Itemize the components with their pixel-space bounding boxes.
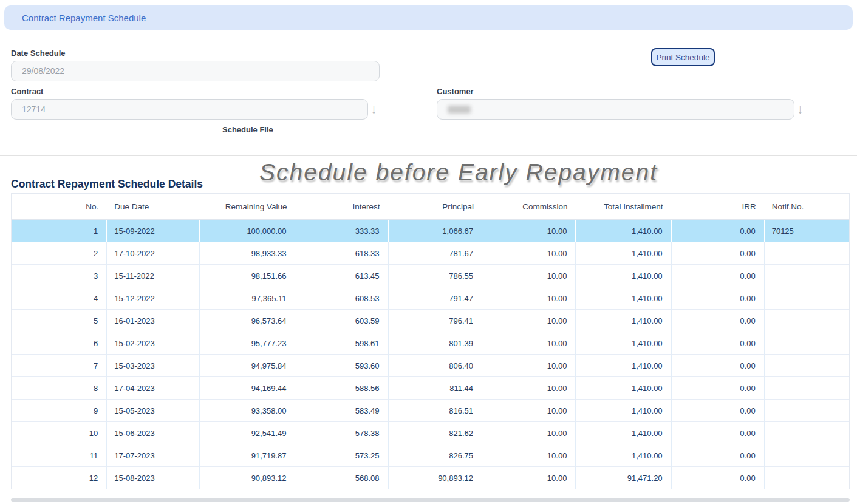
- table-cell: 10.00: [482, 355, 576, 377]
- table-row[interactable]: 715-03-202394,975.84593.60806.4010.001,4…: [12, 355, 849, 377]
- table-cell: 10.00: [482, 444, 576, 467]
- table-cell: 811.44: [389, 377, 482, 400]
- column-header[interactable]: Interest: [295, 194, 388, 220]
- page-header-bar: Contract Repayment Schedule: [4, 5, 853, 30]
- table-cell: 1,410.00: [576, 400, 671, 422]
- table-cell: 98,151.66: [200, 265, 295, 287]
- table-cell: 603.59: [295, 310, 388, 332]
- table-cell: 791.47: [389, 287, 482, 310]
- table-cell: 821.62: [389, 422, 482, 444]
- table-cell: 0.00: [672, 422, 765, 444]
- table-cell: 1,410.00: [576, 265, 671, 287]
- column-header[interactable]: Due Date: [107, 194, 200, 220]
- table-cell: 568.08: [295, 467, 388, 489]
- table-cell: 1,410.00: [576, 287, 671, 310]
- table-cell: 10.00: [482, 220, 576, 242]
- table-cell: 608.53: [295, 287, 388, 310]
- contract-value: 12714: [22, 104, 46, 114]
- table-row[interactable]: 915-05-202393,358.00583.49816.5110.001,4…: [12, 400, 849, 422]
- table-cell: 0.00: [672, 242, 765, 265]
- table-cell: 97,365.11: [200, 287, 295, 310]
- table-cell: 2: [12, 242, 107, 265]
- table-cell: 618.33: [295, 242, 388, 265]
- schedule-table-container: No.Due DateRemaining ValueInterestPrinci…: [11, 193, 850, 489]
- table-cell: 0.00: [672, 400, 765, 422]
- table-cell: 0.00: [672, 444, 765, 467]
- column-header[interactable]: No.: [12, 194, 107, 220]
- table-cell: 10.00: [482, 400, 576, 422]
- table-cell: 15-12-2022: [107, 287, 200, 310]
- column-header[interactable]: Remaining Value: [200, 194, 295, 220]
- table-cell: 598.61: [295, 332, 388, 355]
- table-header-row: No.Due DateRemaining ValueInterestPrinci…: [12, 194, 849, 220]
- table-cell: [765, 332, 849, 355]
- table-cell: 70125: [765, 220, 849, 242]
- table-cell: 593.60: [295, 355, 388, 377]
- table-row[interactable]: 415-12-202297,365.11608.53791.4710.001,4…: [12, 287, 849, 310]
- table-cell: 6: [12, 332, 107, 355]
- customer-redacted-value: [448, 106, 471, 114]
- table-row[interactable]: 1215-08-202390,893.12568.0890,893.1210.0…: [12, 467, 849, 489]
- table-cell: 7: [12, 355, 107, 377]
- table-cell: 0.00: [672, 310, 765, 332]
- table-row[interactable]: 817-04-202394,169.44588.56811.4410.001,4…: [12, 377, 849, 400]
- table-cell: 94,975.84: [200, 355, 295, 377]
- column-header[interactable]: Total Installment: [576, 194, 671, 220]
- table-cell: 94,169.44: [200, 377, 295, 400]
- table-cell: 96,573.64: [200, 310, 295, 332]
- column-header[interactable]: Principal: [389, 194, 482, 220]
- table-cell: 588.56: [295, 377, 388, 400]
- table-cell: 9: [12, 400, 107, 422]
- contract-repayment-schedule-page: Contract Repayment Schedule Date Schedul…: [0, 0, 857, 504]
- table-cell: 15-05-2023: [107, 400, 200, 422]
- table-row[interactable]: 615-02-202395,777.23598.61801.3910.001,4…: [12, 332, 849, 355]
- table-cell: 1: [12, 220, 107, 242]
- table-cell: 0.00: [672, 332, 765, 355]
- table-cell: 1,410.00: [576, 377, 671, 400]
- table-cell: [765, 400, 849, 422]
- table-cell: 1,066.67: [389, 220, 482, 242]
- table-cell: 90,893.12: [389, 467, 482, 489]
- contract-input[interactable]: 12714: [11, 99, 368, 120]
- table-cell: 578.38: [295, 422, 388, 444]
- date-schedule-input[interactable]: 29/08/2022: [11, 61, 380, 81]
- table-row[interactable]: 315-11-202298,151.66613.45786.5510.001,4…: [12, 265, 849, 287]
- table-cell: 806.40: [389, 355, 482, 377]
- contract-dropdown-arrow-icon[interactable]: ↓: [370, 103, 377, 115]
- table-row[interactable]: 1117-07-202391,719.87573.25826.7510.001,…: [12, 444, 849, 467]
- schedule-annotation-text: Schedule before Early Repayment: [259, 159, 658, 186]
- table-cell: 15-08-2023: [107, 467, 200, 489]
- table-row[interactable]: 217-10-202298,933.33618.33781.6710.001,4…: [12, 242, 849, 265]
- table-cell: 8: [12, 377, 107, 400]
- table-cell: 11: [12, 444, 107, 467]
- table-row[interactable]: 115-09-2022100,000.00333.331,066.6710.00…: [12, 220, 849, 242]
- table-cell: 10.00: [482, 332, 576, 355]
- table-cell: 100,000.00: [200, 220, 295, 242]
- table-cell: 91,719.87: [200, 444, 295, 467]
- table-cell: 801.39: [389, 332, 482, 355]
- table-cell: 10.00: [482, 467, 576, 489]
- customer-input[interactable]: [437, 99, 794, 120]
- table-cell: 98,933.33: [200, 242, 295, 265]
- table-cell: 333.33: [295, 220, 388, 242]
- table-cell: 781.67: [389, 242, 482, 265]
- table-cell: [765, 444, 849, 467]
- customer-dropdown-arrow-icon[interactable]: ↓: [797, 103, 804, 115]
- table-cell: 91,471.20: [576, 467, 671, 489]
- details-section-title: Contract Repayment Schedule Details: [11, 178, 203, 191]
- print-schedule-button[interactable]: Print Schedule: [651, 48, 715, 66]
- horizontal-scrollbar[interactable]: [11, 498, 850, 502]
- column-header[interactable]: Commission: [482, 194, 576, 220]
- column-header[interactable]: Notif.No.: [765, 194, 849, 220]
- table-cell: 90,893.12: [200, 467, 295, 489]
- table-row[interactable]: 1015-06-202392,541.49578.38821.6210.001,…: [12, 422, 849, 444]
- table-cell: [765, 422, 849, 444]
- table-row[interactable]: 516-01-202396,573.64603.59796.4110.001,4…: [12, 310, 849, 332]
- contract-label: Contract: [11, 87, 43, 96]
- table-cell: 17-04-2023: [107, 377, 200, 400]
- section-divider: [0, 155, 857, 156]
- column-header[interactable]: IRR: [672, 194, 765, 220]
- table-cell: 10.00: [482, 265, 576, 287]
- table-cell: 10: [12, 422, 107, 444]
- table-cell: 10.00: [482, 422, 576, 444]
